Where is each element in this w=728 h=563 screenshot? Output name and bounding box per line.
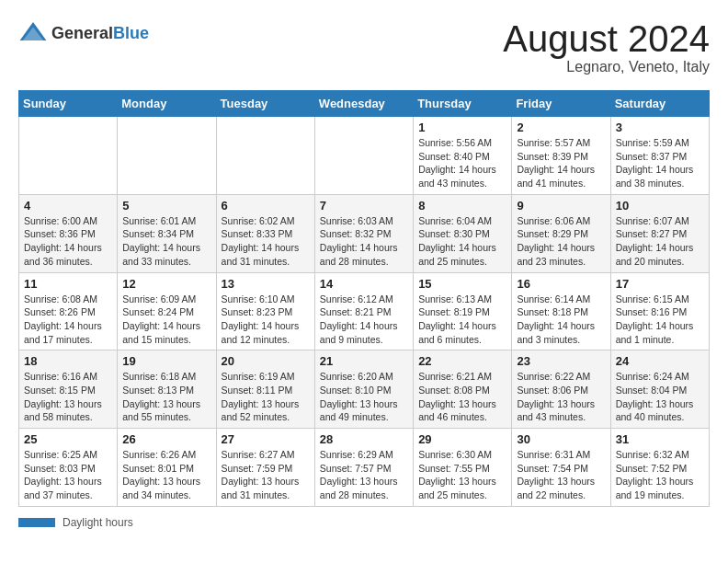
page-subtitle: Legnaro, Veneto, Italy [503, 59, 710, 75]
day-number: 10 [616, 199, 704, 213]
day-cell: 3Sunrise: 5:59 AM Sunset: 8:37 PM Daylig… [610, 117, 709, 195]
calendar-body: 1Sunrise: 5:56 AM Sunset: 8:40 PM Daylig… [19, 117, 710, 507]
day-cell: 26Sunrise: 6:26 AM Sunset: 8:01 PM Dayli… [118, 429, 216, 507]
day-cell: 8Sunrise: 6:04 AM Sunset: 8:30 PM Daylig… [414, 194, 512, 272]
week-row-3: 11Sunrise: 6:08 AM Sunset: 8:26 PM Dayli… [19, 272, 710, 350]
day-cell: 23Sunrise: 6:22 AM Sunset: 8:06 PM Dayli… [512, 350, 610, 429]
day-number: 28 [320, 432, 408, 446]
day-cell: 12Sunrise: 6:09 AM Sunset: 8:24 PM Dayli… [118, 272, 216, 350]
day-number: 6 [222, 199, 310, 213]
day-info: Sunrise: 6:08 AM Sunset: 8:26 PM Dayligh… [24, 293, 112, 347]
day-number: 1 [418, 121, 506, 134]
day-number: 21 [320, 354, 408, 368]
day-info: Sunrise: 6:01 AM Sunset: 8:34 PM Dayligh… [122, 214, 210, 269]
day-cell: 7Sunrise: 6:03 AM Sunset: 8:32 PM Daylig… [314, 194, 413, 272]
day-cell: 10Sunrise: 6:07 AM Sunset: 8:27 PM Dayli… [610, 194, 709, 272]
day-info: Sunrise: 6:25 AM Sunset: 8:03 PM Dayligh… [24, 448, 112, 502]
day-info: Sunrise: 6:19 AM Sunset: 8:11 PM Dayligh… [222, 370, 310, 424]
logo-blue-text: Blue [113, 24, 149, 42]
day-cell: 4Sunrise: 6:00 AM Sunset: 8:36 PM Daylig… [19, 194, 118, 272]
day-number: 27 [222, 432, 310, 446]
daylight-label: Daylight hours [63, 516, 133, 529]
header-cell-wednesday: Wednesday [314, 91, 413, 117]
day-info: Sunrise: 6:13 AM Sunset: 8:19 PM Dayligh… [418, 293, 506, 347]
day-cell [118, 117, 216, 195]
header-cell-thursday: Thursday [414, 91, 512, 117]
day-cell: 21Sunrise: 6:20 AM Sunset: 8:10 PM Dayli… [314, 350, 413, 429]
day-cell: 22Sunrise: 6:21 AM Sunset: 8:08 PM Dayli… [414, 350, 512, 429]
day-info: Sunrise: 6:12 AM Sunset: 8:21 PM Dayligh… [320, 293, 408, 347]
day-number: 19 [122, 354, 210, 368]
day-cell: 15Sunrise: 6:13 AM Sunset: 8:19 PM Dayli… [414, 272, 512, 350]
day-number: 26 [122, 432, 210, 446]
day-cell: 16Sunrise: 6:14 AM Sunset: 8:18 PM Dayli… [512, 272, 610, 350]
day-info: Sunrise: 6:02 AM Sunset: 8:33 PM Dayligh… [222, 214, 310, 269]
day-number: 3 [616, 121, 704, 134]
day-cell: 18Sunrise: 6:16 AM Sunset: 8:15 PM Dayli… [19, 350, 118, 429]
day-cell: 17Sunrise: 6:15 AM Sunset: 8:16 PM Dayli… [610, 272, 709, 350]
day-cell: 24Sunrise: 6:24 AM Sunset: 8:04 PM Dayli… [610, 350, 709, 429]
footer: Daylight hours [18, 516, 710, 529]
day-info: Sunrise: 6:18 AM Sunset: 8:13 PM Dayligh… [122, 370, 210, 424]
day-number: 9 [517, 199, 605, 213]
day-number: 7 [320, 199, 408, 213]
day-number: 29 [418, 432, 506, 446]
logo-icon [18, 18, 48, 48]
day-number: 2 [517, 121, 605, 134]
day-number: 23 [517, 354, 605, 368]
day-cell [216, 117, 314, 195]
day-cell: 20Sunrise: 6:19 AM Sunset: 8:11 PM Dayli… [216, 350, 314, 429]
day-number: 15 [418, 277, 506, 291]
day-number: 11 [24, 277, 112, 291]
day-number: 14 [320, 277, 408, 291]
week-row-4: 18Sunrise: 6:16 AM Sunset: 8:15 PM Dayli… [19, 350, 710, 429]
day-info: Sunrise: 6:31 AM Sunset: 7:54 PM Dayligh… [517, 448, 605, 502]
day-number: 4 [24, 199, 112, 213]
day-info: Sunrise: 6:07 AM Sunset: 8:27 PM Dayligh… [616, 214, 704, 269]
logo: GeneralBlue [18, 18, 149, 48]
day-info: Sunrise: 6:24 AM Sunset: 8:04 PM Dayligh… [616, 370, 704, 424]
week-row-2: 4Sunrise: 6:00 AM Sunset: 8:36 PM Daylig… [19, 194, 710, 272]
page-title: August 2024 [503, 18, 710, 59]
header-row: SundayMondayTuesdayWednesdayThursdayFrid… [19, 91, 710, 117]
day-cell: 28Sunrise: 6:29 AM Sunset: 7:57 PM Dayli… [314, 429, 413, 507]
day-info: Sunrise: 6:16 AM Sunset: 8:15 PM Dayligh… [24, 370, 112, 424]
day-info: Sunrise: 6:30 AM Sunset: 7:55 PM Dayligh… [418, 448, 506, 502]
day-cell: 30Sunrise: 6:31 AM Sunset: 7:54 PM Dayli… [512, 429, 610, 507]
day-number: 5 [122, 199, 210, 213]
day-cell: 2Sunrise: 5:57 AM Sunset: 8:39 PM Daylig… [512, 117, 610, 195]
day-info: Sunrise: 5:56 AM Sunset: 8:40 PM Dayligh… [418, 136, 506, 190]
header: GeneralBlue August 2024 Legnaro, Veneto,… [18, 18, 710, 75]
day-cell [314, 117, 413, 195]
day-number: 20 [222, 354, 310, 368]
header-cell-tuesday: Tuesday [216, 91, 314, 117]
day-info: Sunrise: 6:14 AM Sunset: 8:18 PM Dayligh… [517, 293, 605, 347]
day-cell: 6Sunrise: 6:02 AM Sunset: 8:33 PM Daylig… [216, 194, 314, 272]
day-info: Sunrise: 6:29 AM Sunset: 7:57 PM Dayligh… [320, 448, 408, 502]
calendar-header: SundayMondayTuesdayWednesdayThursdayFrid… [19, 91, 710, 117]
day-number: 31 [616, 432, 704, 446]
day-info: Sunrise: 5:59 AM Sunset: 8:37 PM Dayligh… [616, 136, 704, 190]
day-cell: 11Sunrise: 6:08 AM Sunset: 8:26 PM Dayli… [19, 272, 118, 350]
header-cell-saturday: Saturday [610, 91, 709, 117]
day-number: 24 [616, 354, 704, 368]
day-cell: 1Sunrise: 5:56 AM Sunset: 8:40 PM Daylig… [414, 117, 512, 195]
header-cell-friday: Friday [512, 91, 610, 117]
day-info: Sunrise: 6:22 AM Sunset: 8:06 PM Dayligh… [517, 370, 605, 424]
header-cell-monday: Monday [118, 91, 216, 117]
day-number: 8 [418, 199, 506, 213]
day-cell: 13Sunrise: 6:10 AM Sunset: 8:23 PM Dayli… [216, 272, 314, 350]
week-row-1: 1Sunrise: 5:56 AM Sunset: 8:40 PM Daylig… [19, 117, 710, 195]
daylight-bar-icon [18, 518, 55, 527]
day-info: Sunrise: 5:57 AM Sunset: 8:39 PM Dayligh… [517, 136, 605, 190]
day-info: Sunrise: 6:20 AM Sunset: 8:10 PM Dayligh… [320, 370, 408, 424]
day-number: 13 [222, 277, 310, 291]
day-info: Sunrise: 6:26 AM Sunset: 8:01 PM Dayligh… [122, 448, 210, 502]
day-info: Sunrise: 6:21 AM Sunset: 8:08 PM Dayligh… [418, 370, 506, 424]
day-cell: 19Sunrise: 6:18 AM Sunset: 8:13 PM Dayli… [118, 350, 216, 429]
day-info: Sunrise: 6:04 AM Sunset: 8:30 PM Dayligh… [418, 214, 506, 269]
day-info: Sunrise: 6:06 AM Sunset: 8:29 PM Dayligh… [517, 214, 605, 269]
calendar-table: SundayMondayTuesdayWednesdayThursdayFrid… [18, 90, 710, 507]
day-number: 30 [517, 432, 605, 446]
day-cell: 25Sunrise: 6:25 AM Sunset: 8:03 PM Dayli… [19, 429, 118, 507]
